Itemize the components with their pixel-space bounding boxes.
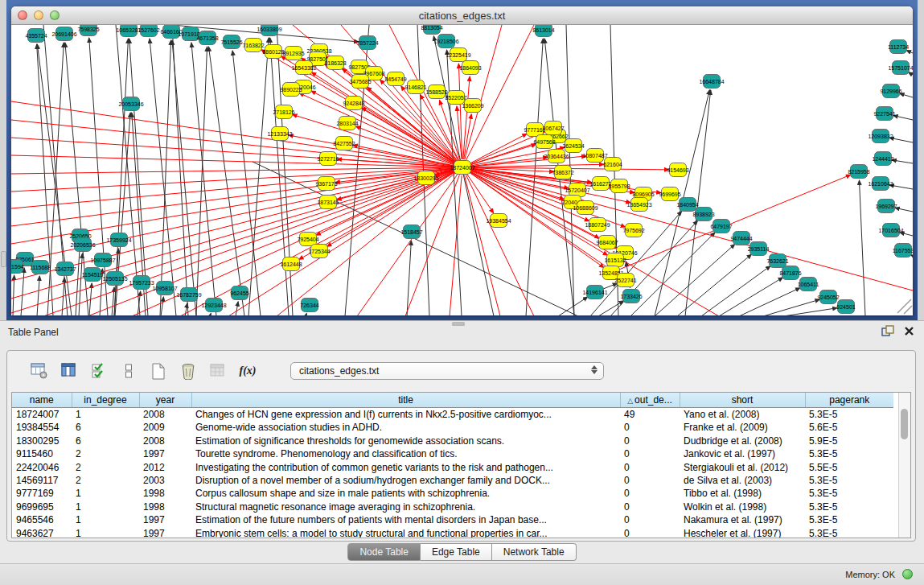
table-cell[interactable]: 5.3E-5	[805, 487, 893, 500]
network-node[interactable]: 2718126	[273, 105, 294, 119]
table-cell[interactable]: 0	[620, 421, 680, 434]
resize-grip-icon[interactable]	[897, 299, 912, 314]
table-cell[interactable]: 5.9E-5	[805, 435, 893, 447]
network-node[interactable]: 4671358	[196, 31, 218, 45]
delete-column-trash-icon[interactable]	[179, 362, 198, 380]
network-node[interactable]: 9129966	[880, 84, 901, 98]
network-node[interactable]: 1244413	[872, 152, 893, 166]
network-window-titlebar[interactable]: citations_edges.txt	[11, 6, 913, 25]
table-cell[interactable]: Wolkin et al. (1998)	[680, 501, 805, 513]
network-node[interactable]: 1518457	[400, 225, 422, 239]
table-cell[interactable]: 1	[72, 501, 139, 513]
table-cell[interactable]: 1998	[139, 487, 191, 500]
tab-network-table[interactable]: Network Table	[492, 543, 577, 561]
network-node[interactable]: 12093832	[868, 130, 893, 143]
table-cell[interactable]: Nakamura et al. (1997)	[680, 513, 805, 526]
table-cell[interactable]: 18300295	[12, 435, 72, 447]
table-cell[interactable]: 9465546	[12, 513, 72, 526]
network-node[interactable]: 7598325	[77, 25, 99, 36]
table-cell[interactable]: 49	[620, 408, 680, 422]
network-node[interactable]: 8860128	[262, 45, 284, 59]
table-cell[interactable]: 9699695	[12, 501, 72, 513]
network-node[interactable]: 1115688	[30, 261, 51, 274]
table-cell[interactable]: 9115460	[12, 447, 72, 460]
network-node[interactable]: 1725344	[308, 245, 330, 258]
network-node[interactable]: 8912935	[282, 47, 304, 60]
network-node[interactable]: 726344	[300, 299, 318, 312]
network-node[interactable]: 9154693	[667, 163, 688, 177]
table-row[interactable]: 969969511998Structural magnetic resonanc…	[12, 501, 893, 513]
memory-ok-indicator[interactable]	[902, 569, 913, 579]
table-cell[interactable]: 2	[72, 474, 139, 487]
network-node[interactable]: 10975887	[90, 253, 115, 267]
table-cell[interactable]: Yano et al. (2008)	[680, 408, 805, 422]
table-cell[interactable]: 2008	[139, 435, 191, 447]
network-node[interactable]: 3475685	[349, 75, 371, 89]
table-cell[interactable]: Franke et al. (2009)	[680, 421, 805, 434]
network-node[interactable]: 924501	[836, 300, 855, 314]
table-cell[interactable]: 2008	[139, 408, 191, 422]
table-cell[interactable]: Investigating the contribution of common…	[191, 461, 620, 474]
table-cell[interactable]: 5.3E-5	[805, 513, 893, 526]
network-node[interactable]: 391594	[11, 260, 24, 274]
table-cell[interactable]: Embryonic stem cells: a model to study s…	[191, 527, 620, 538]
column-header-title[interactable]: title	[191, 393, 620, 408]
table-cell[interactable]: Structural magnetic resonance image aver…	[191, 501, 620, 513]
network-node[interactable]: 1612448	[280, 257, 302, 271]
select-all-rows-button[interactable]	[89, 362, 109, 380]
table-cell[interactable]: 1	[72, 408, 139, 422]
network-node[interactable]: 1733426	[620, 290, 642, 303]
network-node[interactable]: 16210643	[868, 177, 893, 191]
table-cell[interactable]: Estimation of significance thresholds fo…	[191, 435, 620, 447]
network-node[interactable]: 2935114	[748, 242, 770, 256]
table-cell[interactable]: 2003	[139, 474, 191, 487]
network-node[interactable]: 962455	[230, 286, 248, 300]
table-cell[interactable]: 6	[72, 421, 139, 434]
network-node[interactable]: 16782759	[176, 288, 201, 302]
network-node[interactable]: 8186328	[324, 56, 346, 70]
table-row[interactable]: 977716911998Corpus callosum shape and si…	[12, 487, 893, 500]
network-node[interactable]: 4355724	[25, 29, 47, 43]
network-node[interactable]: 7515526	[220, 35, 242, 49]
table-cell[interactable]: Stergiakouli et al. (2012)	[680, 461, 805, 474]
table-cell[interactable]: 0	[620, 527, 680, 538]
network-node[interactable]: 15751074	[888, 61, 913, 75]
column-header-in-degree[interactable]: in_degree	[72, 393, 139, 408]
column-header-pagerank[interactable]: pagerank	[805, 393, 893, 408]
column-header-year[interactable]: year	[139, 393, 191, 408]
network-node[interactable]: 7386372	[552, 166, 573, 179]
network-node[interactable]: 9146821	[405, 80, 426, 94]
show-columns-button[interactable]	[60, 362, 79, 380]
table-cell[interactable]: 5.3E-5	[805, 474, 893, 487]
network-node[interactable]: 12505135	[102, 272, 127, 286]
table-cell[interactable]: 5.6E-5	[805, 421, 893, 434]
network-node[interactable]: 9890223	[280, 83, 302, 97]
column-header-out-de-[interactable]: △out_de...	[620, 393, 680, 408]
table-cell[interactable]: Estimation of the future numbers of pati…	[191, 513, 620, 526]
table-row[interactable]: 946554611997Estimation of the future num…	[12, 513, 893, 526]
network-node[interactable]: 15720407	[565, 183, 589, 197]
network-node[interactable]: 2522741	[614, 274, 636, 287]
network-node[interactable]: 1167553	[893, 244, 913, 257]
table-cell[interactable]: Tibbo et al. (1998)	[680, 487, 805, 500]
network-node[interactable]: 1154519	[82, 268, 104, 282]
table-cell[interactable]: Genome-wide association studies in ADHD.	[191, 421, 620, 434]
close-panel-icon[interactable]	[904, 326, 914, 336]
column-header-name[interactable]: name	[12, 393, 72, 408]
table-cell[interactable]: de Silva et al. (2003)	[680, 474, 805, 487]
network-node[interactable]: 9272716	[317, 152, 339, 166]
table-cell[interactable]: 5.3E-5	[805, 408, 893, 422]
table-cell[interactable]: 0	[620, 474, 680, 487]
network-node[interactable]: 6497568	[533, 135, 555, 149]
table-cell[interactable]: Jankovic et al. (1997)	[680, 447, 805, 460]
table-cell[interactable]: Corpus callosum shape and size in male p…	[191, 487, 620, 500]
network-node[interactable]: 1112734	[888, 40, 909, 54]
network-node[interactable]: 9367173	[315, 177, 337, 191]
table-row[interactable]: 1456911722003Disruption of a novel membe…	[12, 474, 893, 487]
table-cell[interactable]: 9463627	[12, 527, 72, 538]
network-node[interactable]: 8813054	[421, 25, 442, 35]
network-node[interactable]: 1342737	[54, 262, 76, 276]
network-node[interactable]: 16648784	[699, 75, 724, 89]
network-node[interactable]: 1527602	[138, 25, 159, 37]
table-cell[interactable]: 1997	[139, 513, 191, 526]
